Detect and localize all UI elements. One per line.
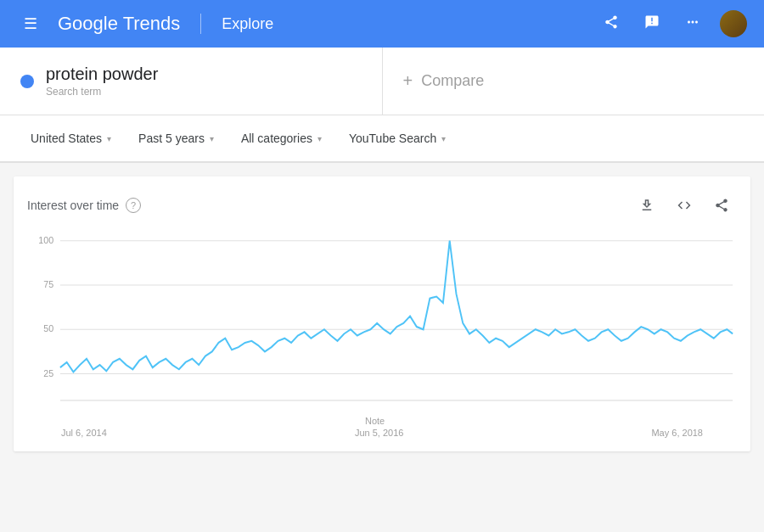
search-term-value: protein powder bbox=[46, 64, 158, 84]
download-button[interactable] bbox=[632, 190, 662, 221]
logo-text: Google Trends bbox=[58, 13, 180, 35]
category-label: All categories bbox=[241, 132, 312, 145]
compare-text: Compare bbox=[421, 72, 484, 90]
svg-text:50: 50 bbox=[43, 323, 53, 333]
header-actions bbox=[594, 7, 750, 41]
svg-text:100: 100 bbox=[38, 234, 53, 244]
region-filter[interactable]: United States ▾ bbox=[20, 125, 121, 152]
compare-box[interactable]: + Compare bbox=[383, 48, 765, 115]
x-label-mid: Jun 5, 2016 bbox=[355, 428, 404, 438]
menu-icon: ☰ bbox=[24, 14, 37, 33]
help-icon-label: ? bbox=[131, 200, 136, 210]
search-area: protein powder Search term + Compare bbox=[0, 48, 764, 115]
share-button[interactable] bbox=[594, 7, 628, 41]
x-label-end: May 6, 2018 bbox=[651, 428, 703, 438]
account-avatar[interactable] bbox=[716, 7, 750, 41]
time-dropdown-arrow: ▾ bbox=[210, 134, 214, 143]
share-icon bbox=[604, 14, 619, 34]
chart-actions bbox=[632, 190, 737, 221]
time-label: Past 5 years bbox=[138, 132, 205, 145]
chart-title: Interest over time bbox=[27, 199, 119, 212]
filters-bar: United States ▾ Past 5 years ▾ All categ… bbox=[0, 115, 764, 163]
chart-title-area: Interest over time ? bbox=[27, 198, 141, 213]
menu-button[interactable]: ☰ bbox=[14, 7, 48, 41]
chart-share-button[interactable] bbox=[706, 190, 737, 221]
x-label-start: Jul 6, 2014 bbox=[61, 428, 107, 438]
search-type-filter[interactable]: YouTube Search ▾ bbox=[339, 125, 456, 152]
feedback-button[interactable] bbox=[635, 7, 669, 41]
category-filter[interactable]: All categories ▾ bbox=[231, 125, 332, 152]
app-logo: Google Trends bbox=[58, 13, 180, 35]
region-dropdown-arrow: ▾ bbox=[107, 134, 111, 143]
svg-text:25: 25 bbox=[43, 367, 53, 378]
chart-container: 100 75 50 25 Note bbox=[27, 227, 737, 423]
search-term-box[interactable]: protein powder Search term bbox=[0, 48, 383, 115]
term-indicator-dot bbox=[20, 75, 34, 88]
search-term-label: Search term bbox=[46, 86, 158, 98]
chart-x-labels: Jul 6, 2014 Jun 5, 2016 May 6, 2018 bbox=[27, 428, 737, 438]
chart-svg: 100 75 50 25 bbox=[27, 227, 737, 423]
region-label: United States bbox=[31, 132, 102, 145]
search-type-dropdown-arrow: ▾ bbox=[441, 134, 446, 143]
search-type-label: YouTube Search bbox=[349, 132, 436, 145]
apps-icon bbox=[685, 14, 700, 34]
embed-button[interactable] bbox=[669, 190, 699, 221]
app-header: ☰ Google Trends Explore bbox=[0, 0, 764, 48]
help-icon[interactable]: ? bbox=[126, 198, 141, 213]
category-dropdown-arrow: ▾ bbox=[317, 134, 322, 143]
header-divider bbox=[200, 14, 201, 34]
avatar-image bbox=[720, 10, 747, 37]
explore-label: Explore bbox=[222, 15, 273, 33]
chart-note-label: Note bbox=[365, 416, 385, 426]
chart-section: Interest over time ? bbox=[14, 176, 750, 451]
feedback-icon bbox=[644, 14, 660, 34]
chart-header: Interest over time ? bbox=[27, 190, 737, 221]
plus-icon: + bbox=[403, 71, 413, 91]
time-filter[interactable]: Past 5 years ▾ bbox=[128, 125, 224, 152]
svg-text:75: 75 bbox=[43, 279, 53, 289]
search-term-text: protein powder Search term bbox=[46, 64, 158, 98]
apps-button[interactable] bbox=[676, 7, 710, 41]
